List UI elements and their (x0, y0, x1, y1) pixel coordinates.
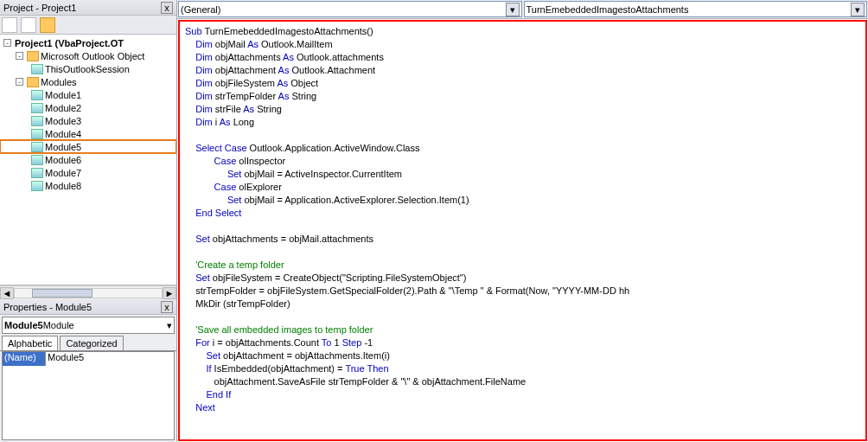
tree-root[interactable]: - Project1 (VbaProject.OT (0, 36, 176, 49)
properties-panel-close-button[interactable]: x (161, 301, 173, 313)
module-icon (31, 64, 43, 74)
properties-tabs: Alphabetic Categorized (0, 336, 176, 351)
toggle-folders-icon[interactable] (40, 17, 55, 33)
collapse-icon[interactable]: - (3, 39, 11, 47)
module-icon (31, 90, 43, 100)
folder-icon (27, 51, 39, 61)
object-dropdown[interactable]: (General) ▾ (178, 1, 522, 17)
scroll-track[interactable] (14, 288, 163, 298)
project-tree[interactable]: - Project1 (VbaProject.OT - Microsoft Ou… (0, 35, 176, 285)
tree-module[interactable]: Module8 (0, 179, 176, 192)
selector-name: Module5 (4, 320, 43, 330)
tree-module[interactable]: Module4 (0, 127, 176, 140)
code-dropdowns: (General) ▾ TurnEmebeddedImagestoAttachm… (177, 0, 868, 19)
tree-node-label: Module1 (45, 90, 81, 100)
tree-node-label: Microsoft Outlook Object (41, 51, 144, 61)
tree-node-label: Module8 (45, 181, 81, 191)
procedure-dropdown-text: TurnEmebeddedImagestoAttachments (527, 4, 852, 15)
properties-panel-title: Properties - Module5 x (0, 299, 176, 315)
scroll-left-icon[interactable]: ◄ (0, 287, 14, 299)
tree-outlook-objects[interactable]: - Microsoft Outlook Object (0, 49, 176, 62)
properties-grid: (Name) Module5 (2, 351, 175, 440)
chevron-down-icon[interactable]: ▾ (167, 320, 172, 331)
property-row[interactable]: (Name) Module5 (3, 352, 174, 366)
tree-module-selected[interactable]: Module5 (0, 140, 176, 153)
tree-node-label: Module6 (45, 155, 81, 165)
tree-module[interactable]: Module1 (0, 88, 176, 101)
scroll-right-icon[interactable]: ► (163, 287, 176, 299)
chevron-down-icon[interactable]: ▾ (851, 3, 865, 16)
module-icon (31, 103, 43, 113)
code-content[interactable]: Sub TurnEmebeddedImagestoAttachments() D… (180, 22, 865, 418)
module-icon (31, 181, 43, 191)
tree-node-label: Module5 (45, 142, 81, 152)
object-dropdown-text: (General) (181, 4, 506, 15)
tree-node-label: ThisOutlookSession (45, 64, 130, 74)
chevron-down-icon[interactable]: ▾ (506, 3, 520, 16)
module-icon (31, 142, 43, 152)
code-editor[interactable]: Sub TurnEmebeddedImagestoAttachments() D… (178, 20, 867, 441)
scroll-thumb[interactable] (32, 289, 93, 298)
selector-type: Module (43, 320, 74, 330)
tree-node-label: Module4 (45, 129, 81, 139)
project-panel-label: Project - Project1 (3, 0, 161, 16)
view-object-icon[interactable] (21, 17, 36, 33)
tab-alphabetic[interactable]: Alphabetic (2, 336, 58, 350)
folder-icon (27, 77, 39, 87)
module-icon (31, 116, 43, 126)
module-icon (31, 168, 43, 178)
tree-node-label: Module7 (45, 168, 81, 178)
tree-root-label: Project1 (VbaProject.OT (15, 38, 124, 48)
module-icon (31, 155, 43, 165)
tree-node-label: Module2 (45, 103, 81, 113)
tree-module[interactable]: Module7 (0, 166, 176, 179)
tree-node-label: Module3 (45, 116, 81, 126)
tree-module[interactable]: Module6 (0, 153, 176, 166)
project-panel-close-button[interactable]: x (161, 2, 173, 14)
tree-modules-folder[interactable]: - Modules (0, 75, 176, 88)
tree-this-session[interactable]: ThisOutlookSession (0, 62, 176, 75)
tree-module[interactable]: Module2 (0, 101, 176, 114)
procedure-dropdown[interactable]: TurnEmebeddedImagestoAttachments ▾ (524, 1, 868, 17)
tree-node-label: Modules (41, 77, 77, 87)
property-value[interactable]: Module5 (46, 352, 174, 366)
properties-object-selector[interactable]: Module5 Module ▾ (2, 317, 175, 334)
project-toolbar (0, 16, 176, 35)
tab-categorized[interactable]: Categorized (60, 336, 123, 350)
project-panel-title: Project - Project1 x (0, 0, 176, 16)
view-code-icon[interactable] (2, 17, 17, 33)
tree-module[interactable]: Module3 (0, 114, 176, 127)
module-icon (31, 129, 43, 139)
collapse-icon[interactable]: - (16, 52, 23, 60)
collapse-icon[interactable]: - (16, 78, 23, 86)
project-h-scrollbar[interactable]: ◄ ► (0, 285, 176, 299)
property-key: (Name) (3, 352, 46, 366)
properties-panel-label: Properties - Module5 (3, 299, 161, 315)
